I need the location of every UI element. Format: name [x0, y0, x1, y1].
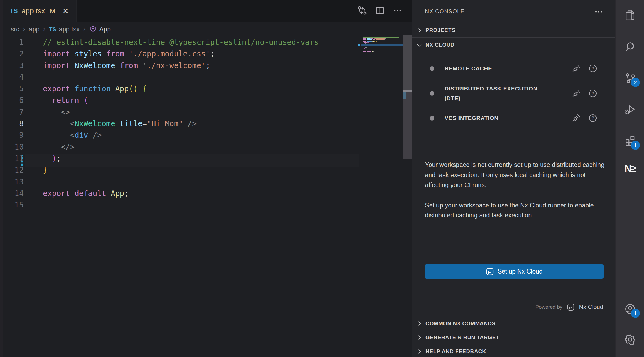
section-help-and-feedback[interactable]: HELP AND FEEDBACK — [412, 344, 615, 357]
minimap-line — [367, 38, 371, 39]
vscode-window: TS app.tsx M ✕ — [0, 0, 644, 357]
connect-plug-icon[interactable] — [571, 64, 581, 73]
nx-console-activity-icon[interactable]: N≥ — [624, 162, 636, 175]
minimap-modified-marker — [358, 44, 360, 46]
minimap-line — [363, 41, 366, 42]
minimap-line — [363, 38, 366, 39]
help-question-icon[interactable]: ? — [588, 113, 598, 123]
code-editor[interactable]: 1// eslint-disable-next-line @typescript… — [0, 37, 412, 357]
svg-text:?: ? — [591, 116, 594, 121]
breadcrumb-file[interactable]: app.tsx — [59, 26, 80, 33]
code-text: export function App() { — [43, 83, 147, 94]
setup-nx-cloud-button[interactable]: Set up Nx Cloud — [425, 264, 604, 279]
minimap-line — [384, 39, 385, 40]
cloud-item-dte: DISTRIBUTED TASK EXECUTION (DTE) ? — [425, 82, 604, 105]
line-number: 15 — [0, 199, 24, 211]
workspace-description: Your workspace is not currently set up t… — [425, 160, 605, 231]
chevron-right-icon — [416, 348, 423, 355]
breadcrumb-folder[interactable]: app — [29, 26, 39, 33]
minimap-line — [364, 42, 367, 43]
code-line[interactable]: 14export default App; — [0, 188, 412, 199]
minimap-line — [367, 46, 369, 46]
minimap-line — [377, 45, 382, 45]
connect-plug-icon[interactable] — [571, 113, 581, 123]
code-text: import styles from './app.module.css'; — [43, 48, 215, 60]
breadcrumb: src › app › TS app.tsx › App — [0, 22, 412, 37]
open-changes-icon[interactable] — [357, 5, 368, 16]
minimap-line — [368, 42, 369, 43]
window-left-edge — [0, 0, 3, 357]
tab-bar: TS app.tsx M ✕ — [0, 0, 412, 22]
code-line[interactable]: 10 </> — [0, 141, 412, 153]
code-line[interactable]: 4 — [0, 71, 412, 83]
code-line[interactable]: 15 — [0, 199, 412, 211]
section-projects[interactable]: PROJECTS — [412, 23, 615, 37]
activity-bar: 2 1 N≥ 1 — [615, 0, 644, 357]
line-number: 6 — [0, 94, 24, 106]
panel-more-actions-icon[interactable] — [593, 6, 605, 18]
line-number: 5 — [0, 83, 24, 94]
minimap-line — [373, 51, 374, 52]
code-line[interactable]: 7 <> — [0, 106, 412, 118]
typescript-file-icon: TS — [10, 7, 18, 15]
code-text: import NxWelcome from './nx-welcome'; — [43, 60, 210, 71]
minimap-line — [363, 39, 366, 40]
section-nx-cloud[interactable]: NX CLOUD — [412, 37, 615, 52]
line-number: 13 — [0, 176, 24, 188]
minimap-line — [363, 51, 366, 52]
cloud-item-label: VCS INTEGRATION — [445, 113, 540, 123]
section-label: COMMON NX COMMANDS — [425, 320, 495, 327]
breadcrumb-symbol[interactable]: App — [99, 26, 111, 33]
scm-badge: 2 — [631, 78, 640, 87]
git-modified-badge: M — [50, 7, 55, 15]
code-line[interactable]: 9 <div /> — [0, 129, 412, 141]
code-text: <div /> — [43, 129, 102, 141]
explorer-icon[interactable] — [624, 9, 636, 22]
overview-modified-marker — [403, 92, 406, 99]
panel-header: NX CONSOLE — [412, 0, 615, 23]
code-line[interactable]: 3import NxWelcome from './nx-welcome'; — [0, 60, 412, 71]
nx-cloud-content: REMOTE CACHE ? — [425, 60, 604, 126]
section-label: NX CLOUD — [425, 42, 454, 48]
line-number: 11 — [0, 153, 24, 164]
minimap-line — [374, 38, 385, 39]
help-question-icon[interactable]: ? — [588, 89, 598, 98]
code-line[interactable]: 13 — [0, 176, 412, 188]
section-generate-run-target[interactable]: GENERATE & RUN TARGET — [412, 330, 615, 344]
minimap-line — [371, 38, 373, 39]
code-line[interactable]: 12} — [0, 164, 412, 176]
setup-button-label: Set up Nx Cloud — [498, 268, 542, 275]
connect-plug-icon[interactable] — [571, 89, 581, 98]
editor-scrollbar[interactable] — [403, 35, 412, 159]
scrollbar-slider[interactable] — [403, 35, 412, 90]
split-editor-icon[interactable] — [374, 5, 386, 16]
code-line[interactable]: 1// eslint-disable-next-line @typescript… — [0, 37, 412, 48]
extensions-badge: 1 — [631, 141, 640, 150]
accounts-icon[interactable]: 1 — [624, 303, 636, 315]
source-control-icon[interactable]: 2 — [624, 72, 636, 84]
extensions-icon[interactable]: 1 — [624, 135, 636, 147]
section-common-nx-commands[interactable]: COMMON NX COMMANDS — [412, 316, 615, 330]
line-number: 12 — [0, 164, 24, 176]
search-icon[interactable] — [624, 41, 636, 53]
run-debug-icon[interactable] — [624, 104, 636, 116]
close-tab-icon[interactable]: ✕ — [62, 7, 69, 16]
code-line[interactable]: 8 <NxWelcome title="Hi Mom" /> — [0, 118, 412, 129]
powered-by: Powered by Nx Cloud — [535, 300, 603, 314]
more-actions-icon[interactable] — [392, 5, 403, 16]
code-line[interactable]: 5export function App() { — [0, 83, 412, 94]
settings-gear-icon[interactable] — [624, 333, 636, 346]
line-number: 14 — [0, 188, 24, 199]
code-line[interactable]: 2import styles from './app.module.css'; — [0, 48, 412, 60]
description-paragraph: Your workspace is not currently set up t… — [425, 160, 605, 190]
help-question-icon[interactable]: ? — [588, 64, 598, 73]
minimap-line — [365, 47, 367, 48]
section-label: GENERATE & RUN TARGET — [425, 334, 499, 341]
svg-text:?: ? — [591, 66, 594, 71]
tab-app-tsx[interactable]: TS app.tsx M ✕ — [3, 0, 77, 22]
code-line[interactable]: 11 ); — [0, 153, 412, 164]
code-line[interactable]: 6 return ( — [0, 94, 412, 106]
cloud-item-remote-cache: REMOTE CACHE ? — [425, 60, 604, 76]
breadcrumb-folder[interactable]: src — [11, 26, 19, 33]
minimap[interactable] — [361, 37, 404, 64]
